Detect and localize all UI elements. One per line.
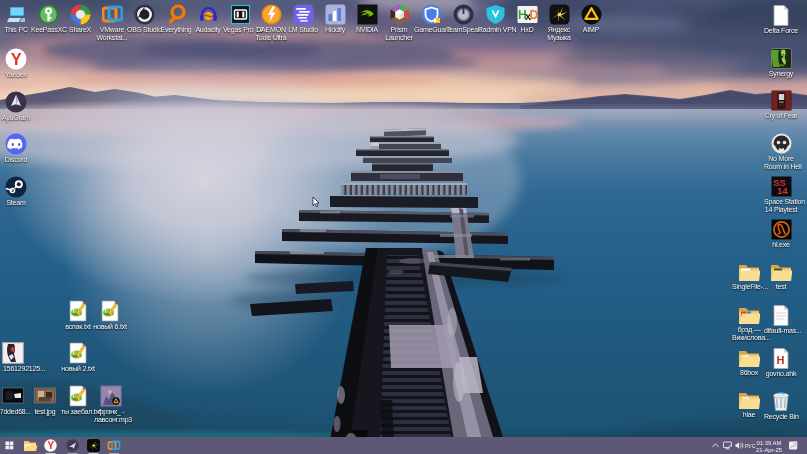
svg-text:01:39 AM: 01:39 AM bbox=[757, 440, 782, 446]
svg-text:D: D bbox=[529, 8, 538, 22]
svg-text:21-Apr-25: 21-Apr-25 bbox=[756, 447, 783, 453]
svg-text:Y: Y bbox=[47, 439, 54, 451]
svg-text:РУС: РУС bbox=[745, 443, 756, 449]
svg-text:Y: Y bbox=[11, 50, 22, 68]
svg-text:H: H bbox=[777, 354, 785, 366]
svg-text:14: 14 bbox=[777, 185, 788, 196]
